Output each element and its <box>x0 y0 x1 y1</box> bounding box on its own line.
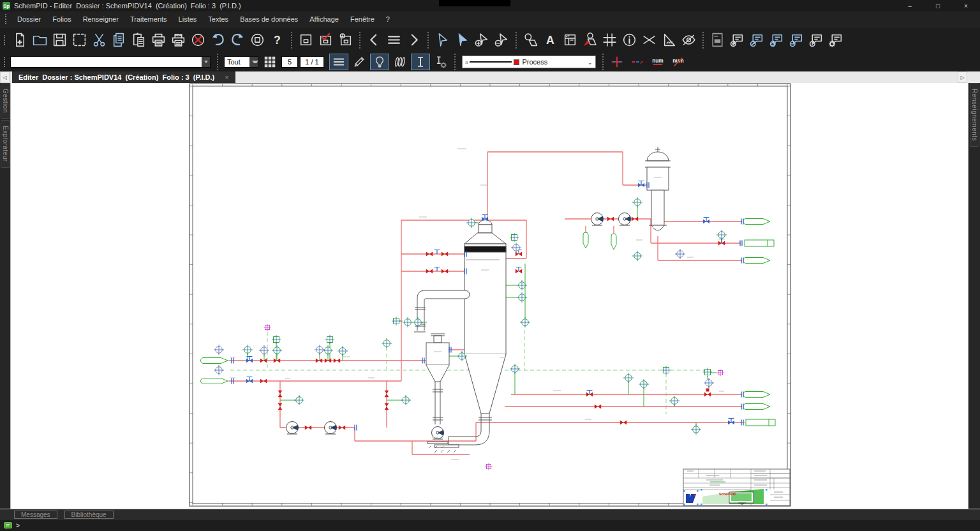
undo-button[interactable] <box>208 30 228 50</box>
title-block[interactable]: SchemPID <box>683 469 790 505</box>
grid-display-button[interactable] <box>260 54 279 70</box>
column-vessel[interactable] <box>434 220 506 452</box>
hide-attributes-button[interactable] <box>679 30 699 50</box>
symbol-paint-button[interactable] <box>580 30 600 50</box>
pump[interactable] <box>591 213 604 226</box>
toolbar-main-grip[interactable] <box>4 35 5 45</box>
delete-button[interactable] <box>188 30 208 50</box>
grid-size-field[interactable]: 5 <box>281 56 298 68</box>
panel-tab-messages[interactable]: Messages <box>14 511 57 519</box>
line-type-combo[interactable]: a Process ⌄ <box>462 56 596 68</box>
print-pdf-button[interactable]: PDF <box>168 30 188 50</box>
connection-dash-button[interactable] <box>628 54 647 70</box>
menu-?[interactable]: ? <box>380 13 396 25</box>
numbering-off-button[interactable]: num <box>669 54 688 70</box>
delete-cross-button[interactable] <box>639 30 659 50</box>
help-button[interactable]: ? <box>267 30 287 50</box>
comment-add-button[interactable] <box>727 30 747 50</box>
select-active-icon <box>454 32 470 48</box>
parallel-pipes-button[interactable] <box>390 54 410 70</box>
cut-button[interactable] <box>89 30 109 50</box>
exchanger-vessel[interactable] <box>645 147 671 230</box>
save-button[interactable] <box>50 30 70 50</box>
folio-page-field[interactable]: 1 / 1 <box>300 56 324 68</box>
numbering-button[interactable]: num <box>648 54 667 70</box>
menu-bases-de-donn-es[interactable]: Bases de données <box>234 13 304 25</box>
menu-folios[interactable]: Folios <box>47 13 77 25</box>
comment-settings-button[interactable] <box>826 30 846 50</box>
close-button[interactable]: × <box>952 0 980 11</box>
grid-button[interactable] <box>600 30 620 50</box>
vertical-segment-button[interactable] <box>411 54 430 70</box>
menu-textes[interactable]: Textes <box>202 13 234 25</box>
comment-remove-button[interactable] <box>787 30 806 50</box>
new-document-button[interactable] <box>10 30 30 50</box>
launcher-pipe[interactable] <box>414 290 470 332</box>
tab-scroll-right-button[interactable]: ▷ <box>958 71 967 83</box>
unzoom-selection-button[interactable] <box>492 30 512 50</box>
symbol-filter-dropdown-icon[interactable] <box>202 57 210 67</box>
information-button[interactable] <box>620 30 639 50</box>
draw-mode-button[interactable] <box>350 54 369 70</box>
panel-tab-renseignements[interactable]: Renseignements <box>970 83 979 147</box>
redo-button[interactable] <box>228 30 248 50</box>
document-tab[interactable]: Editer Dossier : SchemPIDV14 (Création) … <box>12 71 235 83</box>
comment-info-button[interactable] <box>806 30 826 50</box>
menu-dossier[interactable]: Dossier <box>11 13 47 25</box>
previous-folio-button[interactable] <box>364 30 384 50</box>
menu-listes[interactable]: Listes <box>173 13 203 25</box>
tab-close-icon[interactable]: × <box>225 73 228 81</box>
command-prompt[interactable]: > <box>16 522 20 529</box>
text-button[interactable]: A <box>540 30 560 50</box>
menu-traitements[interactable]: Traitements <box>124 13 173 25</box>
select-active-button[interactable] <box>452 30 472 50</box>
measure-button[interactable] <box>659 30 679 50</box>
paste-button[interactable] <box>129 30 149 50</box>
segment-options-button[interactable] <box>431 54 450 70</box>
drawing-canvas[interactable]: SchemPID <box>10 83 969 509</box>
record-button[interactable] <box>248 30 267 50</box>
symbols-button[interactable] <box>521 30 540 50</box>
tab-scroll-left-button[interactable]: ◁ <box>0 71 10 83</box>
print-button[interactable] <box>149 30 168 50</box>
maximize-button[interactable]: □ <box>924 0 952 11</box>
select-zone-button[interactable] <box>70 30 89 50</box>
folio-list-button[interactable] <box>384 30 404 50</box>
menubar-grip[interactable] <box>5 14 6 24</box>
panel-tab-gestion[interactable]: Gestion <box>1 83 10 119</box>
menu-renseigner[interactable]: Renseigner <box>77 13 124 25</box>
pump[interactable] <box>619 213 631 226</box>
copy-button[interactable] <box>109 30 129 50</box>
line-type-chevron-icon[interactable]: ⌄ <box>588 59 593 66</box>
scope-dropdown-icon[interactable] <box>249 57 258 67</box>
symbol-filter-combo[interactable] <box>10 56 211 68</box>
toolbar-edit-grip[interactable] <box>4 57 5 67</box>
scope-combo[interactable]: Tout <box>224 56 258 68</box>
menubar-items: DossierFoliosRenseignerTraitementsListes… <box>11 13 396 25</box>
open-dossier-button[interactable] <box>30 30 50 50</box>
folio-drawing[interactable]: SchemPID <box>11 83 969 509</box>
next-folio-button[interactable] <box>404 30 424 50</box>
panel-tab-explorateur[interactable]: Explorateur <box>1 120 10 168</box>
select-pointer-button[interactable] <box>433 30 452 50</box>
comment-edit-button[interactable] <box>747 30 767 50</box>
folio-properties-button[interactable] <box>336 30 355 50</box>
comment-update-button[interactable] <box>767 30 787 50</box>
minimize-button[interactable]: – <box>896 0 924 11</box>
delete-cross-icon <box>641 32 657 48</box>
panel-tab-bibliothèque[interactable]: Bibliothèque <box>64 511 114 519</box>
menu-fen-tre[interactable]: Fenêtre <box>345 13 380 25</box>
folio-preview-button[interactable] <box>296 30 316 50</box>
highlight-mode-button[interactable] <box>370 54 389 70</box>
folio-validate-button[interactable] <box>316 30 336 50</box>
form-button[interactable] <box>560 30 580 50</box>
line-mode-button[interactable] <box>329 54 348 70</box>
connection-cross-button[interactable] <box>607 54 627 70</box>
select-zone-icon <box>71 32 87 48</box>
nomenclature-button[interactable] <box>708 30 727 50</box>
title-block-logo-text: SchemPID <box>719 492 736 496</box>
zoom-selection-button[interactable] <box>472 30 492 50</box>
menu-affichage[interactable]: Affichage <box>304 13 345 25</box>
pump[interactable] <box>325 422 337 435</box>
pump[interactable] <box>286 422 299 435</box>
